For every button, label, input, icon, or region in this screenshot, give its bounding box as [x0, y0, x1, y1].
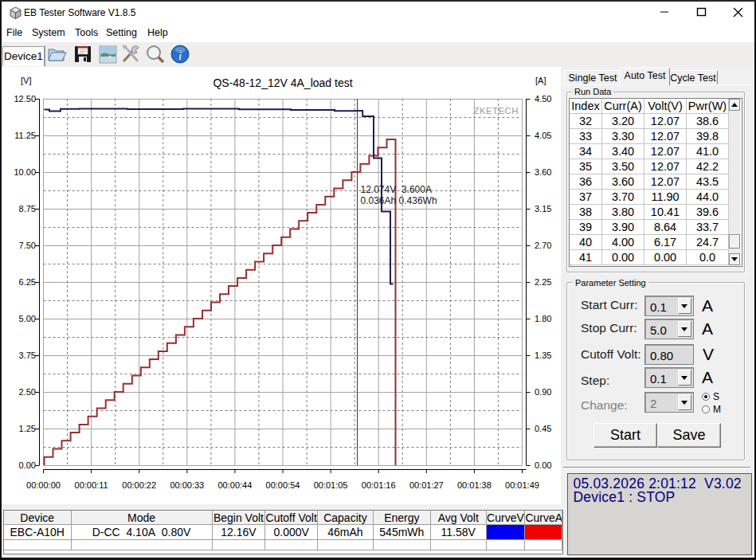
- svg-text:0.00: 0.00: [535, 460, 551, 470]
- svg-text:00:01:27: 00:01:27: [409, 480, 444, 490]
- svg-text:4.05: 4.05: [535, 131, 551, 140]
- svg-text:12.50: 12.50: [14, 94, 36, 104]
- svg-text:1.25: 1.25: [19, 424, 36, 433]
- svg-text:00:01:05: 00:01:05: [314, 480, 348, 490]
- svg-text:6.25: 6.25: [19, 277, 36, 287]
- svg-text:00:00:54: 00:00:54: [266, 480, 300, 490]
- svg-text:7.50: 7.50: [19, 241, 36, 250]
- svg-text:0.45: 0.45: [535, 424, 551, 433]
- svg-text:10.00: 10.00: [14, 167, 36, 177]
- svg-text:00:01:38: 00:01:38: [457, 480, 492, 490]
- svg-text:3.15: 3.15: [535, 204, 551, 213]
- svg-text:1.35: 1.35: [535, 350, 551, 360]
- svg-text:00:00:33: 00:00:33: [170, 480, 204, 490]
- svg-text:i: i: [178, 49, 182, 62]
- svg-text:0.036Ah 0.436Wh: 0.036Ah 0.436Wh: [361, 195, 437, 206]
- svg-text:[V]: [V]: [21, 76, 31, 85]
- svg-text:12.074V 3.600A: 12.074V 3.600A: [361, 184, 432, 195]
- svg-text:4.50: 4.50: [535, 94, 551, 104]
- svg-text:QS-48-12_12V 4A_load test: QS-48-12_12V 4A_load test: [213, 76, 352, 89]
- svg-text:00:01:49: 00:01:49: [505, 480, 539, 490]
- svg-text:8.75: 8.75: [19, 204, 36, 213]
- svg-text:00:00:22: 00:00:22: [122, 480, 156, 490]
- svg-text:11.25: 11.25: [14, 131, 36, 140]
- svg-text:00:00:00: 00:00:00: [26, 480, 61, 490]
- svg-text:[A]: [A]: [535, 76, 546, 85]
- svg-text:2.50: 2.50: [19, 387, 36, 397]
- svg-text:00:00:11: 00:00:11: [75, 480, 108, 490]
- svg-text:2.70: 2.70: [535, 241, 551, 250]
- svg-text:ZKETECH: ZKETECH: [474, 106, 519, 116]
- svg-text:3.75: 3.75: [19, 350, 36, 360]
- svg-text:00:01:16: 00:01:16: [362, 480, 396, 490]
- svg-text:0.00: 0.00: [19, 460, 36, 470]
- svg-text:5.00: 5.00: [19, 314, 36, 323]
- svg-text:0.90: 0.90: [535, 387, 551, 397]
- svg-text:3.60: 3.60: [535, 167, 551, 177]
- svg-text:00:00:44: 00:00:44: [217, 480, 252, 490]
- svg-text:2.25: 2.25: [535, 277, 551, 287]
- svg-text:1.80: 1.80: [535, 314, 551, 323]
